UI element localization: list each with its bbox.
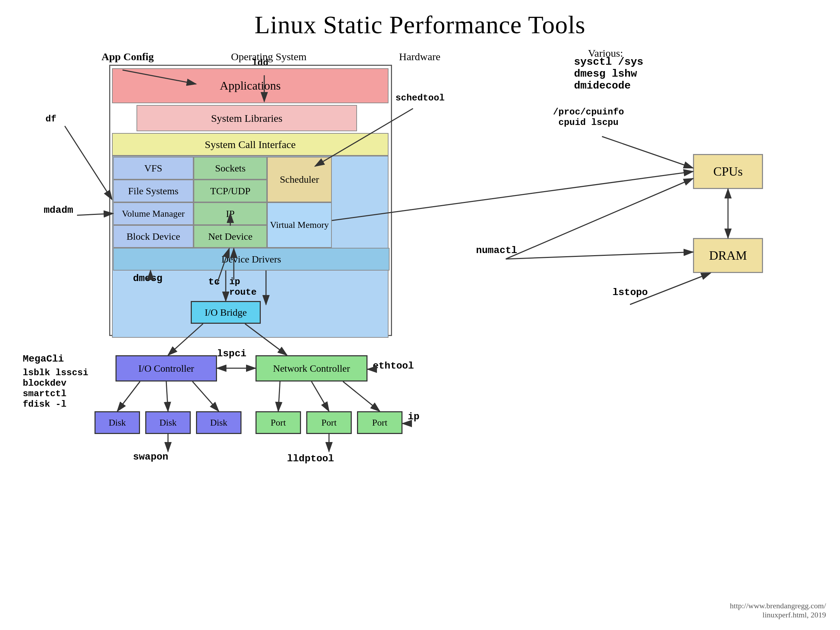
sockets-cell: Sockets (194, 157, 267, 180)
hardware-label: Hardware (399, 51, 440, 63)
disk-3: Disk (196, 411, 242, 434)
net-device-cell: Net Device (194, 225, 267, 248)
swapon-label: swapon (133, 452, 168, 463)
io-bridge-box: I/O Bridge (191, 301, 261, 324)
svg-line-25 (343, 382, 380, 411)
lldptool-label: lldptool (287, 453, 334, 464)
ip-cell: IP (194, 202, 267, 225)
various-tools-label: sysctl /sys dmesg lshw dmidecode (574, 56, 643, 92)
vfs-cell: VFS (113, 157, 194, 180)
dmesg-label: dmesg (133, 273, 163, 284)
ip-route-label: ip route (229, 276, 257, 297)
svg-line-10 (506, 252, 693, 259)
svg-line-5 (65, 126, 112, 199)
svg-line-24 (311, 382, 329, 411)
svg-line-6 (602, 136, 693, 168)
dram-box: DRAM (693, 238, 763, 273)
tcpudp-cell: TCP/UDP (194, 180, 267, 202)
applications-layer: Applications (112, 68, 388, 103)
lstopo-label: lstopo (613, 287, 648, 298)
megacli-label: MegaCli (23, 354, 64, 364)
virtual-memory-cell: Virtual Memory (267, 202, 332, 248)
svg-line-22 (193, 382, 219, 411)
port-3: Port (357, 411, 403, 434)
tc-label: tc (208, 276, 220, 287)
device-drivers-cell: Device Drivers (113, 248, 390, 270)
cpus-box: CPUs (693, 154, 763, 189)
syscall-layer: System Call Interface (112, 133, 388, 156)
lspci-label: lspci (217, 348, 246, 359)
filesystems-cell: File Systems (113, 180, 194, 202)
io-controller-box: I/O Controller (115, 355, 217, 382)
proc-cpuinfo-label: /proc/cpuinfo cpuid lscpu (553, 107, 624, 128)
numactl-label: numactl (476, 245, 517, 256)
port-2: Port (306, 411, 352, 434)
scheduler-cell: Scheduler (267, 157, 332, 202)
lsblk-label: lsblk lsscsi blockdev smartctl fdisk -l (23, 368, 88, 409)
svg-line-9 (506, 178, 693, 259)
svg-line-21 (166, 382, 168, 411)
mdadm-label: mdadm (44, 205, 73, 216)
svg-line-8 (77, 213, 113, 215)
df-label: df (46, 114, 56, 124)
schedtool-label: schedtool (395, 93, 445, 103)
disk-1: Disk (95, 411, 140, 434)
svg-line-20 (117, 382, 140, 411)
page-title: Linux Static Performance Tools (0, 0, 840, 39)
ethtool-label: ethtool (373, 360, 414, 371)
os-label: Operating System (231, 51, 306, 63)
volume-manager-cell: Volume Manager (113, 202, 194, 225)
svg-line-23 (278, 382, 280, 411)
network-controller-box: Network Controller (256, 355, 368, 382)
system-libraries-layer: System Libraries (136, 105, 357, 131)
ip-label: ip (408, 411, 420, 422)
port-1: Port (256, 411, 301, 434)
disk-2: Disk (145, 411, 191, 434)
app-config-label: App Config (101, 51, 154, 63)
block-device-cell: Block Device (113, 225, 194, 248)
footnote: http://www.brendangregg.com/ linuxperf.h… (730, 601, 826, 619)
